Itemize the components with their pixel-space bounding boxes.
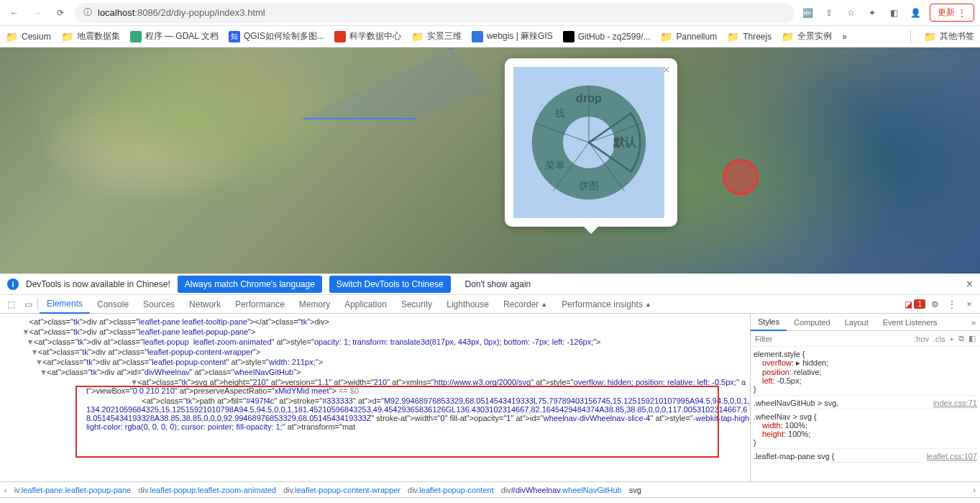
styles-tabs: StylesComputedLayoutEvent Listeners » <box>751 314 980 331</box>
favicon <box>472 31 483 42</box>
code-line[interactable]: ▼<at">class="tk">div at">class="leaflet-… <box>0 337 750 347</box>
code-line[interactable]: ▼<at">class="tk">div at">class="leaflet-… <box>0 357 750 367</box>
code-line[interactable]: <at">class="tk">div at">class="leaflet-p… <box>0 317 750 327</box>
reload-button[interactable]: ⟳ <box>52 4 69 22</box>
code-line[interactable]: <at">class="tk">path at">fill="#497f4c" … <box>0 396 750 432</box>
bookmark-item[interactable]: webgis | 麻辣GIS <box>472 30 553 42</box>
favicon <box>130 31 142 42</box>
devtools-tab[interactable]: Security <box>394 295 439 314</box>
update-button[interactable]: 更新 ⋮ <box>930 4 974 22</box>
cls-toggle[interactable]: .cls <box>933 335 945 343</box>
more-icon[interactable]: ⋮ <box>944 299 960 309</box>
css-rule[interactable]: element.style {overflow: ▸ hidden;positi… <box>754 350 977 396</box>
styles-copy-icon[interactable]: ⧉ <box>958 334 964 343</box>
back-button[interactable]: ← <box>6 4 23 22</box>
devtools-tab[interactable]: Network <box>182 295 228 314</box>
styles-tab[interactable]: Computed <box>787 314 838 331</box>
bookmark-item[interactable]: 📁全景实例 <box>782 30 832 42</box>
code-line[interactable]: ▼<at">class="tk">svg at">height="210" at… <box>0 377 750 396</box>
leaflet-popup: × drop 默认 饼图 菜单 线 <box>505 58 677 227</box>
extensions-icon[interactable]: ✦ <box>865 8 879 18</box>
devtools-tab[interactable]: Recorder ▲ <box>496 295 554 314</box>
bookmark-item[interactable]: GitHub - zq2599/... <box>563 31 651 42</box>
breadcrumb-item[interactable]: div.leaflet-popup.leaflet-zoom-animated <box>138 486 276 494</box>
new-rule-button[interactable]: + <box>950 335 954 343</box>
styles-panel-icon[interactable]: ◧ <box>968 334 976 343</box>
wheel-label-bottom[interactable]: 饼图 <box>578 180 599 191</box>
devtools-main: <at">class="tk">div at">class="leaflet-p… <box>0 314 980 481</box>
bookmark-item[interactable]: 📁实景三维 <box>411 30 462 42</box>
devtools-tab[interactable]: Performance insights ▲ <box>554 295 659 314</box>
devtools-tab[interactable]: Performance <box>228 295 292 314</box>
devtools-tab[interactable]: Application <box>337 295 394 314</box>
bookmarks-overflow[interactable]: » <box>842 32 847 42</box>
code-line[interactable]: ▼<at">class="tk">div at">class="leaflet-… <box>0 327 750 337</box>
banner-switch-button[interactable]: Switch DevTools to Chinese <box>329 276 451 293</box>
elements-breadcrumb[interactable]: ‹ iv.leaflet-pane.leaflet-popup-panediv.… <box>0 481 980 497</box>
wheel-label-right[interactable]: 默认 <box>613 135 637 148</box>
url-host: localhost <box>98 7 134 18</box>
other-bookmarks[interactable]: 📁其他书签 <box>924 30 974 42</box>
devtools-tab[interactable]: Lighthouse <box>439 295 496 314</box>
breadcrumb-item[interactable]: div.leaflet-popup-content <box>408 486 494 494</box>
devtools-tab[interactable]: Memory <box>292 295 337 314</box>
hov-toggle[interactable]: :hov <box>914 335 929 343</box>
bookmark-item[interactable]: 📁地震数据集 <box>61 30 120 42</box>
site-info-icon[interactable]: ⓘ <box>83 6 92 19</box>
url-bar[interactable]: ⓘ localhost:8086/2d/diy-popup/index3.htm… <box>75 3 794 23</box>
wheel-label-left[interactable]: 菜单 <box>545 159 565 171</box>
styles-tab[interactable]: Styles <box>751 314 787 331</box>
styles-filter-input[interactable] <box>755 335 910 343</box>
bookmark-item[interactable]: 程序 — GDAL 文档 <box>130 30 219 42</box>
code-line[interactable]: ▼<at">class="tk">div at">class="leaflet-… <box>0 347 750 357</box>
breadcrumb-item[interactable]: div.leaflet-popup-content-wrapper <box>283 486 400 494</box>
close-devtools-icon[interactable]: × <box>961 299 977 309</box>
scroll-right-icon[interactable]: › <box>973 486 976 494</box>
share-icon[interactable]: ⇪ <box>822 8 836 18</box>
map-viewport[interactable]: × drop 默认 饼图 菜单 线 svg 210 × 210 <box>0 47 980 273</box>
banner-close-button[interactable]: × <box>966 278 973 291</box>
bookmark-item[interactable]: 科学数据中心 <box>334 30 401 42</box>
breadcrumb-item[interactable]: iv.leaflet-pane.leaflet-popup-pane <box>14 486 131 494</box>
wheel-label-topleft[interactable]: 线 <box>555 107 565 119</box>
styles-filter-bar: :hov .cls + ⧉ ◧ <box>751 331 980 347</box>
error-indicator[interactable]: ◪1 <box>905 299 925 309</box>
breadcrumb-item[interactable]: div#divWheelnav.wheelNavGitHub <box>501 486 622 494</box>
translate-icon[interactable]: 🔤 <box>800 8 815 18</box>
elements-panel[interactable]: <at">class="tk">div at">class="leaflet-p… <box>0 314 750 481</box>
wheelnav-container: drop 默认 饼图 菜单 线 <box>513 67 664 218</box>
scroll-left-icon[interactable]: ‹ <box>4 486 7 494</box>
css-rule[interactable]: .leaflet-map-pane svg {leaflet.css:107 <box>754 452 977 463</box>
chrome-actions: 🔤 ⇪ ☆ ✦ ◧ 👤 更新 ⋮ <box>800 4 974 22</box>
css-rule[interactable]: .wheelNavGitHub > svg,index.css:71 <box>754 399 977 409</box>
devtools-tab[interactable]: Sources <box>136 295 182 314</box>
wheel-label-top[interactable]: drop <box>576 91 602 104</box>
banner-dismiss-button[interactable]: Don't show again <box>458 276 539 293</box>
bookmark-item[interactable]: 知QGIS如何绘制多图... <box>229 30 324 42</box>
settings-icon[interactable]: ⚙ <box>927 299 943 309</box>
banner-always-match-button[interactable]: Always match Chrome's language <box>178 276 322 293</box>
devtools-tabs: ⬚ ▭ ElementsConsoleSourcesNetworkPerform… <box>0 295 980 314</box>
styles-rules[interactable]: element.style {overflow: ▸ hidden;positi… <box>751 347 980 481</box>
folder-icon: 📁 <box>61 31 73 42</box>
wheelnav-svg[interactable]: drop 默认 饼图 菜单 线 <box>524 78 654 207</box>
devtools-drawer-tabs: ⋮ Console Issues Coverage <box>0 497 980 503</box>
breadcrumb-item[interactable]: svg <box>629 486 641 494</box>
code-line[interactable]: ▼<at">class="tk">div at">id="divWheelnav… <box>0 367 750 377</box>
styles-tab[interactable]: Event Listeners <box>876 314 945 331</box>
devtools-tab[interactable]: Console <box>90 295 136 314</box>
inspect-icon[interactable]: ⬚ <box>3 299 19 309</box>
forward-button[interactable]: → <box>29 4 46 22</box>
styles-more-icon[interactable]: » <box>967 318 980 327</box>
css-rule[interactable]: .wheelNav > svg {width: 100%;height: 100… <box>754 412 977 449</box>
bookmark-item[interactable]: 📁Pannellum <box>660 31 717 42</box>
panel-icon[interactable]: ◧ <box>887 8 901 18</box>
device-icon[interactable]: ▭ <box>20 299 36 309</box>
map-circle-marker[interactable] <box>723 159 759 195</box>
styles-tab[interactable]: Layout <box>838 314 876 331</box>
bookmark-item[interactable]: 📁Cesium <box>6 31 51 42</box>
bookmark-item[interactable]: 📁Threejs <box>727 31 771 42</box>
profile-icon[interactable]: 👤 <box>908 8 922 18</box>
devtools-tab[interactable]: Elements <box>40 295 90 314</box>
star-icon[interactable]: ☆ <box>843 8 858 18</box>
